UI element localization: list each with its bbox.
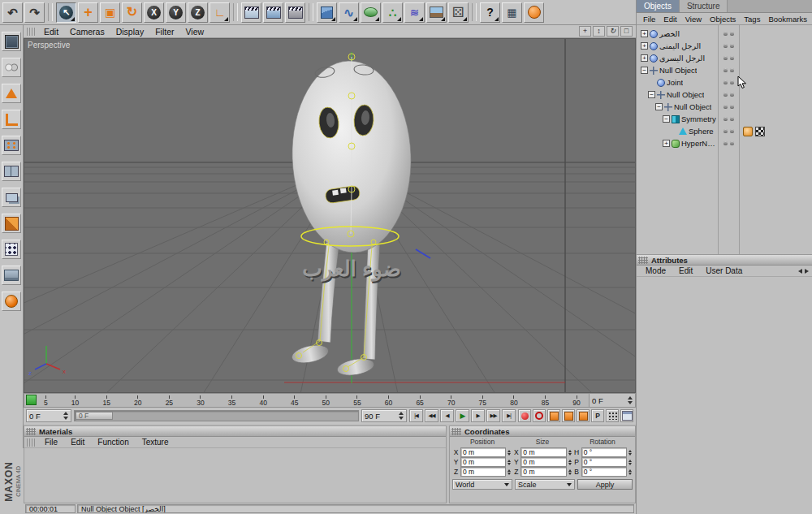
online-updater-button[interactable] bbox=[524, 2, 544, 23]
render-visibility-dot[interactable] bbox=[730, 117, 734, 121]
next-key-button[interactable]: ▶▶ bbox=[486, 409, 500, 422]
frame-stepper-icon[interactable] bbox=[628, 396, 633, 404]
rotation-field[interactable]: 0 ° bbox=[581, 447, 627, 457]
content-browser-button[interactable]: ▦ bbox=[502, 2, 522, 23]
materials-header[interactable]: Materials bbox=[24, 426, 446, 437]
objects-menu-objects[interactable]: Objects bbox=[706, 15, 740, 24]
render-view-button[interactable] bbox=[241, 2, 261, 23]
edges-mode-button[interactable] bbox=[2, 162, 21, 181]
objects-menu-file[interactable]: File bbox=[639, 15, 659, 24]
expand-toggle[interactable]: + bbox=[641, 30, 648, 37]
render-visibility-dot[interactable] bbox=[730, 80, 734, 84]
history-back-icon[interactable] bbox=[798, 269, 802, 274]
field-stepper-icon[interactable] bbox=[568, 469, 572, 475]
position-field[interactable]: 0 m bbox=[460, 447, 506, 457]
object-label[interactable]: Null Object bbox=[659, 66, 697, 75]
attributes-menu-user-data[interactable]: User Data bbox=[699, 266, 749, 275]
record-keyframe-button[interactable] bbox=[518, 409, 531, 422]
render-visibility-dot[interactable] bbox=[730, 141, 734, 145]
tree-row-null-object-3[interactable]: − Null Object bbox=[637, 101, 812, 113]
points-mode-button[interactable] bbox=[2, 136, 21, 155]
pan-view-icon[interactable]: + bbox=[579, 26, 591, 37]
editor-visibility-dot[interactable] bbox=[723, 93, 728, 97]
panel-grip-icon[interactable] bbox=[451, 428, 461, 435]
render-ball-button[interactable] bbox=[2, 292, 21, 311]
current-frame-field[interactable]: 0 F bbox=[589, 394, 635, 407]
undo-icon[interactable]: ↶ bbox=[2, 2, 23, 23]
goto-start-button[interactable]: |◀ bbox=[409, 409, 423, 422]
add-deformer-dropdown[interactable]: ≋ bbox=[404, 2, 425, 23]
tree-row-left-leg[interactable]: + الرجل اليسرى bbox=[637, 52, 812, 64]
add-primitive-dropdown[interactable] bbox=[317, 2, 337, 23]
snap-grid-button[interactable] bbox=[606, 409, 619, 422]
viewport-menu-display[interactable]: Display bbox=[110, 27, 149, 37]
object-label[interactable]: Null Object bbox=[667, 90, 704, 99]
range-start-field[interactable]: 0 F bbox=[26, 409, 71, 422]
coordinate-space-dropdown[interactable]: World bbox=[452, 479, 512, 490]
toolbar-separator[interactable] bbox=[472, 3, 477, 21]
prev-frame-button[interactable]: ◀ bbox=[440, 409, 454, 422]
toolbar-separator[interactable] bbox=[233, 3, 238, 21]
panel-grip-icon[interactable] bbox=[638, 257, 648, 264]
tab-objects[interactable]: Objects bbox=[637, 0, 680, 12]
coordinates-header[interactable]: Coordinates bbox=[450, 426, 635, 437]
coordinate-system-button[interactable]: ∟ bbox=[209, 2, 230, 23]
key-rotation-button[interactable] bbox=[577, 409, 590, 422]
view-label[interactable]: Perspective bbox=[28, 41, 70, 50]
editor-visibility-dot[interactable] bbox=[723, 105, 728, 109]
menubar-grip-icon[interactable] bbox=[27, 438, 35, 447]
add-scene-dropdown[interactable] bbox=[426, 2, 447, 23]
render-settings-button[interactable] bbox=[285, 2, 305, 23]
render-visibility-dot[interactable] bbox=[730, 68, 734, 72]
live-selection-tool[interactable]: ↖ bbox=[56, 2, 76, 23]
object-label[interactable]: الرجل اليسرى bbox=[659, 54, 705, 63]
expand-toggle[interactable]: + bbox=[641, 42, 648, 50]
redo-icon[interactable]: ↷ bbox=[24, 2, 45, 23]
timeline-slider-grip[interactable]: 0 F bbox=[76, 412, 113, 420]
objects-menu-edit[interactable]: Edit bbox=[659, 15, 680, 24]
add-mograph-dropdown[interactable]: ⚄ bbox=[448, 2, 469, 23]
tree-row-joint[interactable]: Joint bbox=[637, 76, 812, 89]
size-field[interactable]: 0 m bbox=[520, 467, 566, 477]
move-tool[interactable]: + bbox=[78, 2, 98, 23]
expand-toggle[interactable]: − bbox=[655, 103, 663, 110]
expand-toggle[interactable]: − bbox=[663, 115, 670, 123]
tree-row-null-object[interactable]: − Null Object bbox=[637, 64, 812, 76]
field-stepper-icon[interactable] bbox=[628, 469, 633, 475]
object-label[interactable]: Symmetry bbox=[681, 114, 716, 123]
expand-toggle[interactable]: + bbox=[663, 140, 670, 147]
field-stepper-icon[interactable] bbox=[507, 460, 512, 465]
timeline-window-button[interactable] bbox=[620, 409, 633, 422]
field-stepper-icon[interactable] bbox=[507, 450, 512, 456]
range-end-field[interactable]: 90 F bbox=[361, 409, 407, 422]
rotate-tool[interactable]: ↻ bbox=[122, 2, 142, 23]
start-stepper-icon[interactable] bbox=[63, 412, 68, 420]
tree-row-waist[interactable]: + الخصر bbox=[637, 28, 812, 40]
end-stepper-icon[interactable] bbox=[399, 412, 404, 420]
editor-visibility-dot[interactable] bbox=[723, 68, 728, 72]
viewport-menu-edit[interactable]: Edit bbox=[38, 27, 64, 37]
play-button[interactable]: ▶ bbox=[456, 409, 469, 422]
position-field[interactable]: 0 m bbox=[460, 457, 506, 467]
viewport-menu-filter[interactable]: Filter bbox=[149, 27, 179, 37]
tree-row-sphere[interactable]: Sphere bbox=[637, 125, 812, 137]
objects-menu-tags[interactable]: Tags bbox=[740, 15, 764, 24]
render-visibility-dot[interactable] bbox=[730, 56, 734, 60]
toolbar-separator[interactable] bbox=[48, 3, 53, 21]
animation-mode-button[interactable] bbox=[2, 240, 21, 259]
attributes-header[interactable]: Attributes bbox=[637, 255, 812, 266]
add-nurbs-dropdown[interactable] bbox=[361, 2, 381, 23]
toggle-views-icon[interactable]: □ bbox=[620, 26, 633, 37]
object-label[interactable]: الرجل اليمنى bbox=[659, 41, 701, 50]
expand-toggle[interactable]: − bbox=[641, 67, 648, 74]
rotate-view-icon[interactable]: ↻ bbox=[607, 26, 619, 37]
position-field[interactable]: 0 m bbox=[460, 467, 506, 477]
render-visibility-dot[interactable] bbox=[730, 32, 734, 36]
object-label[interactable]: Null Object bbox=[674, 102, 711, 111]
render-visibility-dot[interactable] bbox=[730, 129, 734, 133]
key-scale-button[interactable] bbox=[562, 409, 575, 422]
render-visibility-dot[interactable] bbox=[730, 44, 734, 48]
tree-row-hypernurbs[interactable]: + HyperNURBS bbox=[637, 137, 812, 149]
viewport-menu-cameras[interactable]: Cameras bbox=[64, 27, 110, 37]
editor-visibility-dot[interactable] bbox=[723, 129, 728, 133]
